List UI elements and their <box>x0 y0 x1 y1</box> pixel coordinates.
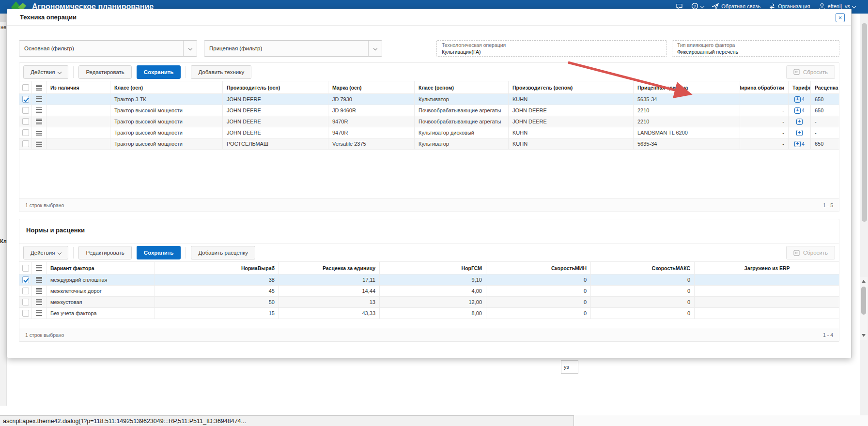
scrollbar-thumb[interactable] <box>861 287 866 315</box>
row-select-cell[interactable] <box>19 105 32 116</box>
page-scrollbar[interactable] <box>860 14 868 415</box>
row-select-cell[interactable] <box>19 138 32 149</box>
chevron-down-icon[interactable] <box>368 41 382 56</box>
row-menu-icon[interactable] <box>36 310 42 316</box>
tariff-add-icon[interactable] <box>794 96 801 103</box>
scrollbar-thumb[interactable] <box>862 23 867 222</box>
edit-button[interactable]: Редактировать <box>78 246 131 259</box>
row-select-cell[interactable] <box>19 308 32 319</box>
row-checkbox[interactable] <box>22 96 29 103</box>
table-row[interactable]: Трактор высокой мощностиJOHN DEEREJD 946… <box>19 105 839 116</box>
scroll-up-icon[interactable] <box>862 280 866 283</box>
menu-header-cell[interactable] <box>32 81 46 93</box>
tariff-add-icon[interactable] <box>796 130 803 136</box>
select-all-checkbox[interactable] <box>22 265 29 272</box>
select-all-cell[interactable] <box>19 81 32 93</box>
column-header[interactable]: Тарифн <box>789 81 811 93</box>
column-header[interactable]: СкоростьМАКС <box>591 262 695 274</box>
row-menu-icon[interactable] <box>36 299 42 305</box>
column-header[interactable]: Класс (вспом) <box>415 81 509 93</box>
tariff-cell: 4 <box>789 94 811 105</box>
row-menu-cell[interactable] <box>32 116 46 127</box>
row-menu-icon[interactable] <box>36 288 42 294</box>
row-select-cell[interactable] <box>19 127 32 138</box>
column-header[interactable]: Производитель (осн) <box>223 81 328 93</box>
add-rate-button[interactable]: Добавить расценку <box>191 246 255 259</box>
tariff-add-icon[interactable] <box>794 141 801 147</box>
reset-button[interactable]: Сбросить <box>786 65 835 79</box>
column-header[interactable]: Загружено из ERP <box>695 262 839 274</box>
edit-button[interactable]: Редактировать <box>78 65 131 79</box>
tariff-add-icon[interactable] <box>796 119 803 125</box>
reset-button[interactable]: Сбросить <box>786 246 835 259</box>
row-select-cell[interactable] <box>19 116 32 127</box>
column-header[interactable]: Вариант фактора <box>46 262 155 274</box>
table-row[interactable]: Без учета фактора1543,338,0000 <box>19 308 839 319</box>
row-menu-cell[interactable] <box>32 308 46 319</box>
row-menu-icon[interactable] <box>36 265 42 271</box>
row-menu-cell[interactable] <box>32 297 46 307</box>
menu-header-cell[interactable] <box>32 262 46 274</box>
table-row[interactable]: межкустовая501312,0000 <box>19 297 839 308</box>
column-header[interactable]: Марка (осн) <box>328 81 415 93</box>
close-icon[interactable]: × <box>836 13 845 22</box>
row-menu-icon[interactable] <box>36 96 42 102</box>
row-checkbox[interactable] <box>22 129 29 136</box>
row-checkbox[interactable] <box>22 107 29 114</box>
table-row[interactable]: Трактор высокой мощностиJOHN DEERE9470RП… <box>19 116 839 127</box>
row-menu-icon[interactable] <box>36 277 42 283</box>
column-header[interactable]: НорГСМ <box>380 262 486 274</box>
table-row[interactable]: межклеточных дорог4514,444,0000 <box>19 286 839 297</box>
row-menu-icon[interactable] <box>36 107 42 113</box>
row-checkbox[interactable] <box>22 310 29 317</box>
column-header[interactable]: НормаВыраб <box>155 262 279 274</box>
row-menu-cell[interactable] <box>32 138 46 149</box>
column-header[interactable]: Класс (осн) <box>110 81 223 93</box>
row-menu-cell[interactable] <box>32 94 46 105</box>
rates-toolbar: Действия Редактировать Сохранить Добавит… <box>19 243 839 262</box>
trailer-filter-select[interactable]: Прицепная (фильтр) <box>204 40 382 57</box>
row-menu-icon[interactable] <box>36 85 42 91</box>
row-select-cell[interactable] <box>19 94 32 105</box>
row-checkbox[interactable] <box>22 288 29 294</box>
column-header[interactable]: Прицепная единица <box>634 81 740 93</box>
actions-menu-button[interactable]: Действия <box>23 246 68 259</box>
table-row[interactable]: Трактор 3 ТКJOHN DEEREJD 7930Культиватор… <box>19 94 839 105</box>
row-checkbox[interactable] <box>22 299 29 305</box>
chevron-down-icon[interactable] <box>183 41 197 56</box>
column-header[interactable]: Производитель (вспом) <box>509 81 634 93</box>
inner-scrollbar[interactable] <box>860 277 868 340</box>
row-select-cell[interactable] <box>19 297 32 307</box>
tariff-add-icon[interactable] <box>794 107 801 114</box>
actions-menu-button[interactable]: Действия <box>23 65 68 79</box>
save-button[interactable]: Сохранить <box>137 65 181 79</box>
row-checkbox[interactable] <box>22 276 29 283</box>
table-row[interactable]: междурядий сплошная3817,119,1000 <box>19 274 839 286</box>
primary-filter-select[interactable]: Основная (фильтр) <box>19 40 197 57</box>
row-select-cell[interactable] <box>19 274 32 285</box>
row-menu-icon[interactable] <box>36 141 42 147</box>
row-checkbox[interactable] <box>22 140 29 147</box>
column-header[interactable]: Расценка за <box>811 81 839 93</box>
row-checkbox[interactable] <box>22 118 29 125</box>
row-menu-cell[interactable] <box>32 286 46 296</box>
add-equipment-button[interactable]: Добавить технику <box>191 65 251 79</box>
cell: 38 <box>155 274 279 285</box>
column-header[interactable]: СкоростьМИН <box>486 262 591 274</box>
save-button[interactable]: Сохранить <box>137 246 181 259</box>
cell: - <box>740 105 789 116</box>
column-header[interactable]: Из наличия <box>46 81 110 93</box>
column-header[interactable]: Расценка за единицу <box>279 262 380 274</box>
table-row[interactable]: Трактор высокой мощностиJOHN DEERE9470RК… <box>19 127 839 138</box>
row-menu-icon[interactable] <box>36 130 42 136</box>
row-menu-icon[interactable] <box>36 119 42 124</box>
row-menu-cell[interactable] <box>32 105 46 116</box>
row-menu-cell[interactable] <box>32 127 46 138</box>
select-all-checkbox[interactable] <box>22 84 29 91</box>
row-menu-cell[interactable] <box>32 274 46 285</box>
row-select-cell[interactable] <box>19 286 32 296</box>
table-row[interactable]: Трактор высокой мощностиРОСТСЕЛЬМАШVersa… <box>19 138 839 150</box>
column-header[interactable]: Ширина обработки <box>740 81 789 93</box>
scroll-down-icon[interactable] <box>862 334 866 337</box>
select-all-cell[interactable] <box>19 262 32 274</box>
